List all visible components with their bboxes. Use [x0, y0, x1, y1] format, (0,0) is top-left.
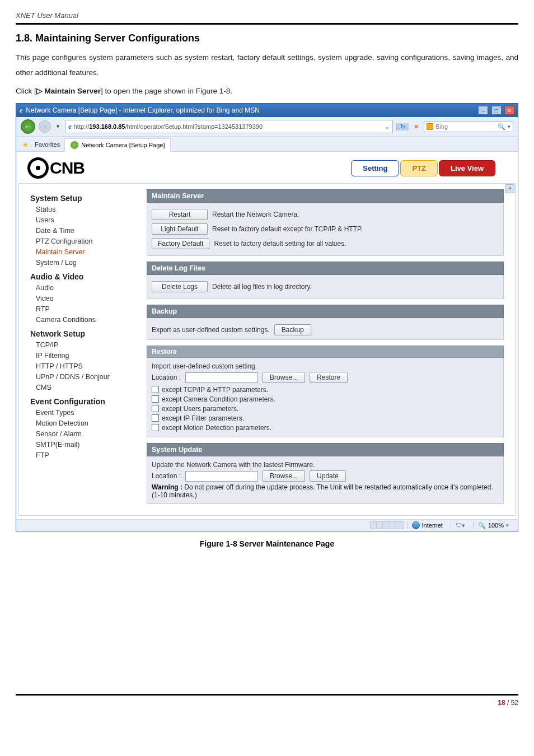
camera-page: CNB Setting PTZ Live View ▴ System Setup… — [16, 152, 518, 519]
restore-chk-ipfilter[interactable] — [152, 414, 159, 422]
backup-button[interactable]: Backup — [274, 324, 311, 335]
sidebar-item-rtp[interactable]: RTP — [30, 304, 137, 314]
setting-button[interactable]: Setting — [351, 160, 399, 176]
restore-browse-button[interactable]: Browse... — [263, 372, 305, 383]
logo-eye-icon — [27, 157, 49, 179]
restore-chk-tcpip-label: except TCP/IP & HTTP parameters. — [162, 386, 268, 394]
status-zoom[interactable]: 🔍100% ▾ — [473, 522, 513, 529]
restore-chk-motion[interactable] — [152, 424, 159, 431]
maximize-button[interactable]: □ — [491, 106, 502, 115]
nav-forward-button[interactable]: → — [39, 120, 51, 133]
tab-favicon — [71, 141, 78, 149]
doc-header: XNET User Manual — [16, 11, 518, 20]
sidebar-item-users[interactable]: Users — [30, 214, 137, 225]
brand-logo: CNB — [27, 157, 85, 179]
maintain-server-body: Restart Restart the Network Camera. Ligh… — [147, 203, 504, 256]
url-field[interactable]: e http://193.168.0.85/html/operator/Setu… — [65, 120, 393, 133]
restore-location-label: Location : — [152, 374, 181, 381]
sidebar-heading-event: Event Configuration — [30, 393, 137, 407]
ie-logo-icon: e — [20, 106, 22, 115]
sidebar-item-ipfilter[interactable]: IP Filtering — [30, 350, 137, 361]
restore-chk-users-label: except Users parameters. — [162, 405, 238, 413]
doc-top-rule — [16, 23, 518, 25]
go-refresh-button[interactable]: ↻ — [396, 123, 409, 130]
sidebar-item-video[interactable]: Video — [30, 293, 137, 304]
scroll-up-button[interactable]: ▴ — [505, 184, 514, 193]
sidebar-item-http[interactable]: HTTP / HTTPS — [30, 361, 137, 371]
nav-history-dropdown[interactable]: ▼ — [54, 124, 62, 129]
restart-desc: Restart the Network Camera. — [212, 211, 299, 218]
restart-button[interactable]: Restart — [152, 209, 208, 220]
update-browse-button[interactable]: Browse... — [263, 470, 305, 482]
url-host: 193.168.0.85 — [89, 123, 125, 130]
restore-chk-motion-label: except Motion Detection parameters. — [162, 424, 271, 432]
sidebar-item-datetime[interactable]: Date & Time — [30, 225, 137, 236]
url-proto: http:// — [74, 123, 90, 130]
favorites-star-icon[interactable]: ★ — [21, 138, 30, 151]
status-zone[interactable]: Internet — [407, 521, 447, 529]
search-box[interactable]: Bing 🔍 ▾ — [424, 122, 513, 132]
update-warning-b: Warning : — [152, 483, 182, 491]
status-protected-mode[interactable]: 🛡▾ — [451, 522, 470, 529]
light-default-button[interactable]: Light Default — [152, 223, 208, 235]
restore-chk-tcpip[interactable] — [152, 386, 159, 393]
sidebar-item-status[interactable]: Status — [30, 204, 137, 214]
instr-suffix: ] to open the page shown in Figure 1-8. — [101, 87, 232, 95]
content-panel: Maintain Server Restart Restart the Netw… — [147, 184, 504, 510]
sidebar-item-motion[interactable]: Motion Detection — [30, 418, 137, 428]
camera-header: CNB Setting PTZ Live View — [16, 154, 518, 182]
live-view-button[interactable]: Live View — [439, 160, 495, 176]
zoom-value: 100% — [488, 522, 504, 529]
restore-body: Import user-defined custom setting. Loca… — [147, 358, 504, 437]
sidebar-item-audio[interactable]: Audio — [30, 282, 137, 293]
window-titlebar: e Network Camera [Setup Page] - Internet… — [16, 104, 518, 117]
restore-chk-camcond[interactable] — [152, 395, 159, 403]
delete-logs-button[interactable]: Delete Logs — [152, 281, 208, 292]
globe-icon — [412, 521, 420, 529]
sidebar-item-smtp[interactable]: SMTP(E-mail) — [30, 439, 137, 450]
sidebar-item-ptz-config[interactable]: PTZ Configuration — [30, 236, 137, 246]
update-button[interactable]: Update — [310, 470, 346, 482]
nav-back-button[interactable]: ← — [21, 119, 35, 134]
factory-default-button[interactable]: Factory Default — [152, 238, 209, 249]
browser-tab[interactable]: Network Camera [Setup Page] — [64, 138, 171, 152]
sidebar-item-system-log[interactable]: System / Log — [30, 257, 137, 268]
system-update-body: Update the Network Camera with the laste… — [147, 456, 504, 504]
backup-body: Export as user-defined custom settings. … — [147, 318, 504, 340]
page-sep: / — [505, 699, 511, 707]
status-bar: Internet 🛡▾ 🔍100% ▾ — [16, 519, 518, 531]
logo-text: CNB — [50, 158, 85, 178]
minimize-button[interactable]: – — [478, 106, 488, 115]
ptz-button[interactable]: PTZ — [400, 160, 438, 176]
zoom-dropdown-icon: ▾ — [506, 522, 509, 528]
shield-dropdown-icon: 🛡▾ — [456, 522, 465, 529]
url-path: /html/operator/Setup.html?stamp=13245313… — [125, 123, 263, 130]
close-button[interactable]: ✕ — [504, 106, 514, 115]
sidebar-item-sensor[interactable]: Sensor / Alarm — [30, 428, 137, 439]
stop-button[interactable]: ✕ — [412, 123, 420, 130]
instr-bold: ▷ Maintain Server — [36, 87, 101, 95]
url-dropdown-icon[interactable]: ⌄ — [385, 123, 390, 130]
sidebar-item-ftp[interactable]: FTP — [30, 450, 137, 460]
restore-location-input[interactable] — [185, 372, 258, 383]
update-warning-text: Do not power off during the update proce… — [152, 483, 493, 499]
sidebar-heading-av: Audio & Video — [30, 268, 137, 282]
backup-desc: Export as user-defined custom settings. — [152, 326, 270, 334]
ie-page-icon: e — [68, 122, 72, 131]
sidebar-item-cms[interactable]: CMS — [30, 382, 137, 393]
restore-chk-users[interactable] — [152, 405, 159, 412]
sidebar-item-event-types[interactable]: Event Types — [30, 407, 137, 418]
sidebar: System Setup Status Users Date & Time PT… — [30, 184, 137, 510]
favorites-bar: ★ Favorites Network Camera [Setup Page] — [16, 137, 518, 152]
backup-heading: Backup — [147, 305, 504, 318]
update-location-input[interactable] — [185, 471, 258, 482]
sidebar-item-tcpip[interactable]: TCP/IP — [30, 339, 137, 350]
restore-button[interactable]: Restore — [310, 372, 348, 383]
search-dropdown-icon[interactable]: ▾ — [508, 124, 510, 129]
sidebar-item-maintain[interactable]: Maintain Server — [30, 246, 137, 257]
search-icon[interactable]: 🔍 — [498, 123, 505, 130]
section-title: 1.8. Maintaining Server Configurations — [16, 32, 518, 44]
sidebar-item-camera-cond[interactable]: Camera Conditions — [30, 314, 137, 325]
sidebar-item-upnp[interactable]: UPnP / DDNS / Bonjour — [30, 371, 137, 382]
status-separator-cells — [370, 521, 404, 529]
